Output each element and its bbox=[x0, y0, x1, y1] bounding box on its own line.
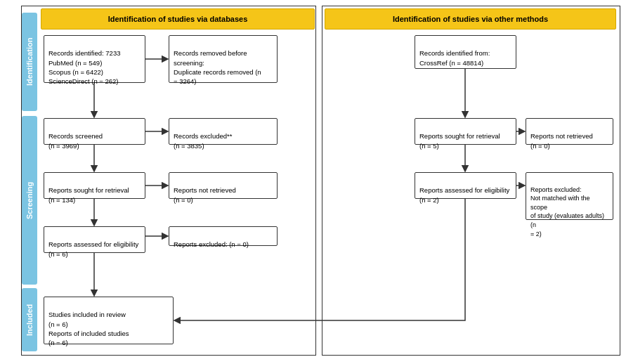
other-not-retrieved-box: Reports not retrieved (n = 0) bbox=[526, 118, 613, 145]
prisma-diagram: Identification Screening Included Identi… bbox=[0, 0, 626, 364]
included-label: Included bbox=[22, 288, 37, 351]
db-sought-box: Reports sought for retrieval (n = 134) bbox=[44, 172, 145, 199]
other-header: Identification of studies via other meth… bbox=[325, 8, 616, 30]
screening-label: Screening bbox=[22, 116, 37, 285]
other-identified-box: Records identified from: CrossRef (n = 4… bbox=[415, 35, 516, 69]
db-identified-box: Records identified: 7233 PubMed (n = 549… bbox=[44, 35, 145, 83]
db-removed-box: Records removed before screening: Duplic… bbox=[169, 35, 278, 83]
identification-label: Identification bbox=[22, 13, 37, 111]
other-assessed-box: Reports assessed for eligibility (n = 2) bbox=[415, 172, 516, 199]
included-box: Studies included in review (n = 6) Repor… bbox=[44, 297, 174, 344]
db-header: Identification of studies via databases bbox=[41, 8, 315, 30]
db-excluded-elig-box: Reports excluded: (n = 0) bbox=[169, 226, 278, 246]
db-screened-box: Records screened (n = 3969) bbox=[44, 118, 145, 145]
other-excluded-box: Reports excluded: Not matched with the s… bbox=[526, 172, 613, 220]
db-not-retrieved-box: Reports not retrieved (n = 0) bbox=[169, 172, 278, 199]
db-excluded-screen-box: Records excluded** (n = 3835) bbox=[169, 118, 278, 145]
db-assessed-box: Reports assessed for eligibility (n = 6) bbox=[44, 226, 145, 253]
other-sought-box: Reports sought for retrieval (n = 5) bbox=[415, 118, 516, 145]
